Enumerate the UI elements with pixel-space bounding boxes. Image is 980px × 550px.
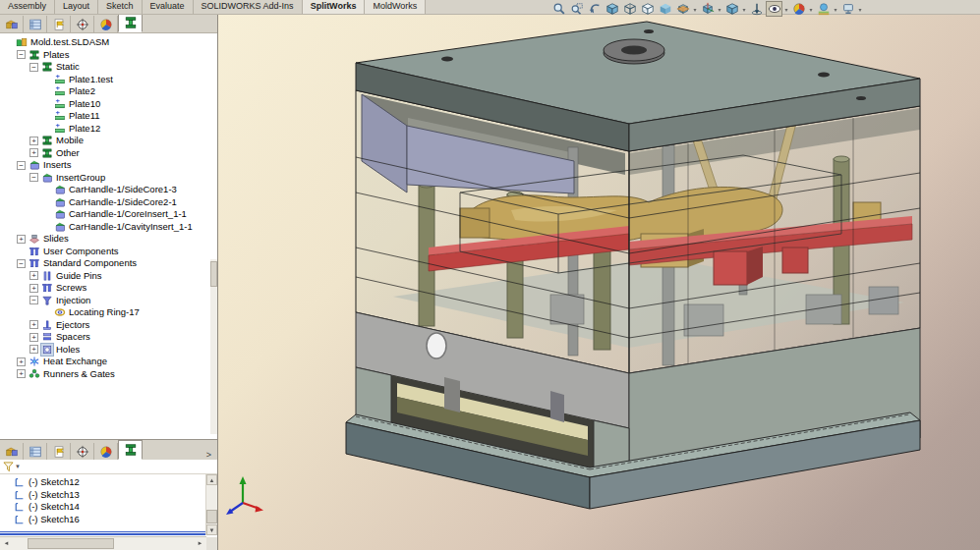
tree-expander-plus[interactable]: + xyxy=(29,320,38,329)
tree-expander-minus[interactable]: − xyxy=(29,173,38,182)
tree-expander-plus[interactable]: + xyxy=(17,369,26,378)
tree-item-inserts[interactable]: −Inserts xyxy=(0,159,217,172)
ribbon-tab-sketch[interactable]: Sketch xyxy=(98,0,143,14)
sketch-item--sketch14[interactable]: (-) Sketch14 xyxy=(0,501,206,514)
tree-item-holes[interactable]: +Holes xyxy=(0,344,217,357)
apply-scene-icon[interactable] xyxy=(815,1,832,17)
hide-show-items-icon[interactable] xyxy=(766,1,782,17)
sketch-list-scrollbar[interactable]: ▲ ▼ xyxy=(205,474,217,535)
scroll-right-arrow[interactable]: ► xyxy=(195,538,205,549)
tree-item-standard-components[interactable]: −Standard Components xyxy=(0,257,217,270)
panel-tab-configurationmanager[interactable] xyxy=(47,443,71,460)
tree-item-slides[interactable]: +Slides xyxy=(0,233,217,246)
panel-tab-featuremanager-tree[interactable] xyxy=(0,443,24,460)
tree-item-plate2[interactable]: Plate2 xyxy=(0,85,217,98)
tree-item-plate1-test[interactable]: Plate1.test xyxy=(0,74,217,86)
tree-item-carhandle-1-coreinsert-1-1[interactable]: CarHandle-1/CoreInsert_1-1 xyxy=(0,208,217,221)
tree-expander-minus[interactable]: − xyxy=(17,161,26,170)
filter-dropdown-arrow[interactable]: ▼ xyxy=(15,464,21,469)
tree-expander-plus[interactable]: + xyxy=(29,148,38,157)
tree-item-plate11[interactable]: Plate11 xyxy=(0,110,217,123)
sketch-item--sketch13[interactable]: (-) Sketch13 xyxy=(0,489,206,502)
tree-item-heat-exchange[interactable]: +Heat Exchange xyxy=(0,356,217,368)
tree-item-runners-gates[interactable]: +Runners & Gates xyxy=(0,368,217,381)
tree-scrollbar[interactable] xyxy=(210,259,217,434)
graphics-viewport[interactable] xyxy=(218,14,980,550)
tree-item-carhandle-1-cavityinsert-1-1[interactable]: CarHandle-1/CavityInsert_1-1 xyxy=(0,221,217,234)
tree-item-static[interactable]: −Static xyxy=(0,61,217,74)
panel-tab-displaymanager[interactable] xyxy=(94,443,118,460)
tree-expander-plus[interactable]: + xyxy=(29,137,38,145)
panel-tab-dimxpertmanager[interactable] xyxy=(71,16,94,32)
panel-tab-configurationmanager[interactable] xyxy=(47,16,71,32)
tree-scrollbar-thumb[interactable] xyxy=(210,261,217,287)
horizontal-scrollbar[interactable]: ◄ ► xyxy=(0,536,206,550)
tree-item-carhandle-1-sidecore1-3[interactable]: CarHandle-1/SideCore1-3 xyxy=(0,184,217,196)
panel-tab-dimxpertmanager[interactable] xyxy=(71,443,94,460)
tree-expander-plus[interactable]: + xyxy=(29,333,38,342)
display-shaded-icon[interactable] xyxy=(657,1,673,17)
apply-scene-dropdown-arrow[interactable]: ▾ xyxy=(833,6,838,13)
scroll-up-arrow[interactable]: ▲ xyxy=(206,474,217,485)
display-shaded-with-edges-icon[interactable] xyxy=(604,1,620,17)
ribbon-tab-layout[interactable]: Layout xyxy=(55,0,98,14)
tree-item-carhandle-1-sidecore2-1[interactable]: CarHandle-1/SideCore2-1 xyxy=(0,196,217,209)
panel-tab-featuremanager-tree[interactable] xyxy=(0,16,24,32)
tree-expander-plus[interactable]: + xyxy=(17,358,26,366)
edit-appearance-icon[interactable] xyxy=(790,1,807,17)
zoom-to-fit-icon[interactable] xyxy=(550,1,567,17)
section-view-dropdown-arrow[interactable]: ▾ xyxy=(692,6,698,13)
tree-expander-plus[interactable]: + xyxy=(29,345,38,354)
view-axis-icon[interactable] xyxy=(748,1,765,17)
tree-expander-minus[interactable]: − xyxy=(17,259,26,268)
panel-tab-displaymanager[interactable] xyxy=(94,16,118,32)
sketch-item--sketch12[interactable]: (-) Sketch12 xyxy=(0,476,206,489)
view-orientation-icon[interactable] xyxy=(699,1,716,17)
tree-item-user-components[interactable]: User Components xyxy=(0,246,217,258)
section-view-icon[interactable] xyxy=(674,1,691,17)
sketch-item--sketch16[interactable]: (-) Sketch16 xyxy=(0,514,206,526)
tree-item-locating-ring-17[interactable]: Locating Ring-17 xyxy=(0,306,217,319)
tree-item-screws[interactable]: +Screws xyxy=(0,282,217,295)
panel-tab-moldworks-tree[interactable] xyxy=(118,440,143,460)
tree-expander-minus[interactable]: − xyxy=(29,63,38,72)
panel-tab-propertymanager[interactable] xyxy=(24,443,47,460)
tree-expander-plus[interactable]: + xyxy=(29,271,38,280)
tree-item-mobile[interactable]: +Mobile xyxy=(0,135,217,147)
rollback-bar[interactable] xyxy=(0,531,206,535)
mold-assembly-model[interactable] xyxy=(218,14,980,550)
edit-appearance-dropdown-arrow[interactable]: ▾ xyxy=(808,6,814,13)
previous-view-icon[interactable] xyxy=(586,1,603,17)
ribbon-tab-splitworks[interactable]: SplitWorks xyxy=(303,0,366,14)
ribbon-tab-solidworks-add-ins[interactable]: SOLIDWORKS Add-Ins xyxy=(194,0,303,14)
scroll-down-arrow[interactable]: ▼ xyxy=(206,524,217,535)
filter-funnel-icon[interactable] xyxy=(3,462,14,472)
tree-item-mold-test-sldasm[interactable]: Mold.test.SLDASM xyxy=(0,36,217,49)
tree-item-ejectors[interactable]: +Ejectors xyxy=(0,319,217,332)
tree-expander-plus[interactable]: + xyxy=(17,235,26,244)
view-settings-icon[interactable] xyxy=(839,1,856,17)
ribbon-tab-moldworks[interactable]: MoldWorks xyxy=(365,0,426,14)
view-orientation-dropdown-arrow[interactable]: ▾ xyxy=(717,6,722,13)
view-settings-dropdown-arrow[interactable]: ▾ xyxy=(857,6,863,13)
tree-expander-plus[interactable]: + xyxy=(29,284,38,293)
display-wireframe-icon[interactable] xyxy=(621,1,638,17)
tree-item-plates[interactable]: −Plates xyxy=(0,49,217,62)
tree-expander-minus[interactable]: − xyxy=(17,50,26,59)
tree-item-plate12[interactable]: Plate12 xyxy=(0,123,217,136)
zoom-to-area-icon[interactable] xyxy=(568,1,585,17)
display-hidden-lines-icon[interactable] xyxy=(639,1,656,17)
display-style-icon[interactable] xyxy=(723,1,740,17)
hide-show-items-dropdown-arrow[interactable]: ▾ xyxy=(783,6,789,13)
display-style-dropdown-arrow[interactable]: ▾ xyxy=(741,6,747,13)
tree-item-plate10[interactable]: Plate10 xyxy=(0,98,217,111)
horizontal-scrollbar-thumb[interactable] xyxy=(28,538,114,549)
tree-item-other[interactable]: +Other xyxy=(0,147,217,160)
tree-item-injection[interactable]: −Injection xyxy=(0,295,217,307)
tree-item-spacers[interactable]: +Spacers xyxy=(0,331,217,344)
sketch-list-scrollbar-thumb[interactable] xyxy=(206,510,217,523)
tree-expander-minus[interactable]: − xyxy=(29,296,38,304)
tree-item-insertgroup[interactable]: −InsertGroup xyxy=(0,172,217,185)
ribbon-tab-evaluate[interactable]: Evaluate xyxy=(143,0,194,14)
scroll-left-arrow[interactable]: ◄ xyxy=(1,538,12,549)
